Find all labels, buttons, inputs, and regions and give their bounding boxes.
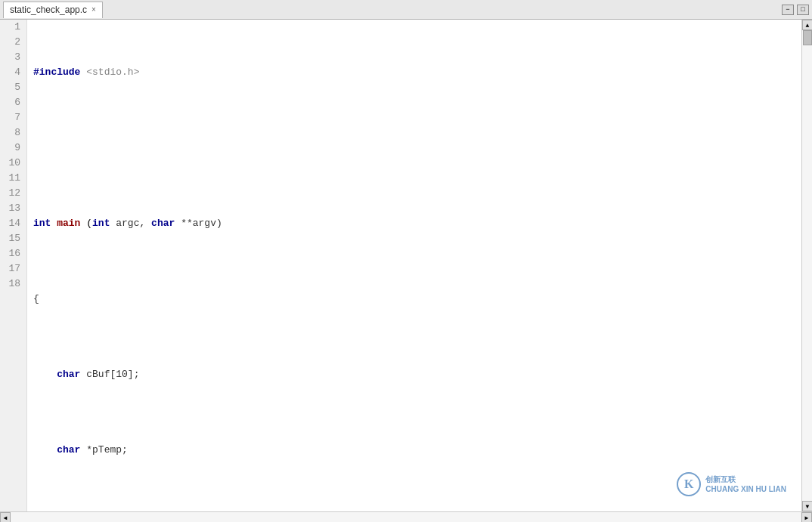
line-num-18: 18: [6, 276, 20, 292]
scroll-left-button[interactable]: ◀: [0, 512, 11, 522]
watermark-logo: K: [677, 472, 701, 496]
line-num-14: 14: [6, 216, 20, 231]
line-num-8: 8: [6, 125, 20, 141]
line-num-9: 9: [6, 141, 20, 156]
scroll-track-vertical: [802, 30, 812, 501]
line-num-12: 12: [6, 186, 20, 201]
editor-content: 1 2 3 4 5 6 7 8 9 10 11 12 13 14 15 16 1…: [0, 20, 801, 511]
scroll-thumb-vertical[interactable]: [803, 30, 812, 45]
restore-button[interactable]: □: [797, 5, 809, 15]
line-num-6: 6: [6, 95, 20, 110]
code-line-4: {: [33, 292, 795, 307]
scrollbar-right[interactable]: ▲ ▼: [801, 20, 812, 511]
scroll-track-horizontal: [11, 512, 801, 522]
tab-close-button[interactable]: ×: [91, 6, 96, 14]
code-line-1: #include <stdio.h>: [33, 65, 795, 80]
editor-container: 1 2 3 4 5 6 7 8 9 10 11 12 13 14 15 16 1…: [0, 20, 812, 511]
scrollbar-bottom[interactable]: ◀ ▶: [0, 511, 812, 522]
line-num-3: 3: [6, 50, 20, 65]
scroll-right-button[interactable]: ▶: [801, 512, 812, 522]
line-num-1: 1: [6, 20, 20, 35]
line-num-11: 11: [6, 171, 20, 186]
watermark: K 创新互联 CHUANG XIN HU LIAN: [677, 472, 786, 496]
watermark-text: 创新互联 CHUANG XIN HU LIAN: [705, 474, 786, 494]
window-controls: − □: [782, 5, 809, 15]
title-bar: static_check_app.c × − □: [0, 0, 812, 20]
editor-scroll-area[interactable]: 1 2 3 4 5 6 7 8 9 10 11 12 13 14 15 16 1…: [0, 20, 801, 511]
line-num-10: 10: [6, 156, 20, 171]
line-num-13: 13: [6, 201, 20, 216]
line-numbers: 1 2 3 4 5 6 7 8 9 10 11 12 13 14 15 16 1…: [0, 20, 27, 511]
line-num-16: 16: [6, 246, 20, 261]
line-num-7: 7: [6, 110, 20, 125]
line-num-4: 4: [6, 65, 20, 80]
minimize-button[interactable]: −: [782, 5, 794, 15]
tab-filename: static_check_app.c: [10, 5, 87, 15]
code-line-5: char cBuf[10];: [33, 367, 795, 382]
scroll-down-button[interactable]: ▼: [802, 501, 812, 511]
scroll-up-button[interactable]: ▲: [802, 20, 812, 30]
editor-tab[interactable]: static_check_app.c ×: [3, 2, 103, 18]
code-line-3: int main (int argc, char **argv): [33, 216, 795, 231]
code-line-6: char *pTemp;: [33, 443, 795, 458]
code-line-2: [33, 141, 795, 156]
line-num-17: 17: [6, 261, 20, 276]
line-num-5: 5: [6, 80, 20, 95]
line-num-2: 2: [6, 35, 20, 50]
code-area[interactable]: #include <stdio.h> int main (int argc, c…: [27, 20, 801, 511]
line-num-15: 15: [6, 231, 20, 246]
